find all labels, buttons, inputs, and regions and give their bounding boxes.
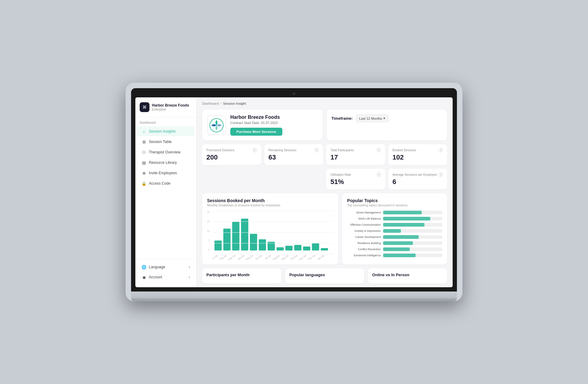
laptop-base: [131, 292, 457, 298]
company-logo-box: [207, 116, 226, 135]
bottom-row: Participants per Month Popular languages…: [202, 268, 447, 284]
sidebar-item-session-insights[interactable]: ⌂ Session Insights: [137, 126, 194, 136]
svg-text:Jan 25: Jan 25: [316, 254, 325, 260]
lock-icon: 🔒: [141, 181, 146, 186]
purchase-more-sessions-button[interactable]: Purchase More Sessions: [230, 128, 282, 136]
sidebar-label-account: Account: [149, 275, 162, 279]
screen-bezel: ⌘ Harbor Breeze Foods Enterprise Dashboa…: [131, 88, 457, 292]
remaining-sessions-label: Remaining Sessions: [269, 149, 296, 152]
booked-sessions-value: 102: [393, 153, 443, 161]
laptop-foot: [131, 298, 457, 301]
topic-row: Work-Life Balance: [347, 217, 442, 220]
timeframe-dropdown[interactable]: Last 12 Months ▾: [356, 115, 389, 122]
invite-icon: ⊕: [141, 171, 146, 175]
stats-grid: Purchased Sessions ℹ 200 Remaining Sessi…: [202, 144, 447, 165]
topic-bar-wrap: [383, 223, 442, 227]
timeframe-chevron-icon: ▾: [383, 116, 385, 120]
total-participants-card: Total Participants ℹ 17: [326, 144, 385, 165]
sidebar-item-account[interactable]: ◉ Account ▾: [137, 272, 194, 282]
svg-text:Jan 24: Jan 24: [213, 254, 219, 260]
svg-text:Nov 24: Nov 24: [298, 254, 307, 260]
svg-rect-3: [223, 229, 231, 251]
sidebar-label-session-insights: Session Insights: [149, 129, 175, 134]
breadcrumb-current: Session Insight: [223, 102, 246, 105]
book-icon: ▤: [141, 160, 146, 165]
online-inperson-card-title: Online vs In Person: [372, 273, 443, 277]
sidebar-section-dashboard: Dashboard: [135, 121, 196, 126]
booked-sessions-card: Booked Sessions ℹ 102: [388, 144, 447, 165]
topic-bar: [383, 241, 413, 245]
sidebar-item-session-table[interactable]: ⊞ Session Table: [137, 137, 194, 147]
y-label-20: 20: [207, 211, 210, 213]
company-card: Harbor Breeze Foods Contract Start Date:…: [202, 110, 323, 141]
popular-topics-subtitle: Top counselling topics discussed in sess…: [347, 204, 442, 207]
topic-bar: [383, 247, 410, 251]
utilisation-rate-value: 51%: [330, 178, 381, 186]
svg-text:Jul 24: Jul 24: [264, 254, 272, 260]
popular-languages-card: Popular languages: [285, 268, 364, 284]
topic-bar: [383, 235, 419, 239]
language-chevron-icon: ▾: [189, 265, 190, 269]
booked-sessions-label: Booked Sessions: [393, 149, 416, 152]
sidebar-item-access-code[interactable]: 🔒 Access Code: [137, 179, 194, 188]
booked-sessions-info-icon[interactable]: ℹ: [439, 148, 443, 152]
svg-rect-21: [303, 247, 310, 250]
stats-grid-2: Utilisation Rate ℹ 51% Average Sessions …: [202, 169, 447, 190]
brand-text: Harbor Breeze Foods Enterprise: [152, 103, 189, 111]
topic-name: Career Development: [347, 235, 381, 239]
svg-text:Apr 24: Apr 24: [237, 254, 245, 260]
topic-name: Emotional Intelligence: [347, 254, 381, 257]
brand-logo-icon: ⌘: [140, 102, 149, 112]
svg-text:Sep 24: Sep 24: [281, 254, 289, 260]
y-label-5: 5: [207, 239, 210, 242]
brand-company-type: Enterprise: [152, 108, 189, 111]
topic-row: Effective Communication: [347, 223, 442, 227]
sidebar: ⌘ Harbor Breeze Foods Enterprise Dashboa…: [135, 97, 197, 287]
remaining-sessions-card: Remaining Sessions ℹ 63: [264, 144, 323, 165]
topic-bar-wrap: [383, 241, 442, 245]
sidebar-item-resource-library[interactable]: ▤ Resource Library: [137, 158, 194, 168]
topic-row: Resilience Building: [347, 241, 442, 245]
sidebar-item-therapist-overview[interactable]: ⚇ Therapist Overview: [137, 147, 194, 157]
online-vs-inperson-card: Online vs In Person: [368, 268, 447, 284]
bar-chart: 20 15 10 5 0: [207, 211, 334, 260]
svg-rect-5: [232, 222, 239, 250]
purchased-sessions-label: Purchased Sessions: [206, 149, 234, 152]
globe-icon: 🌐: [141, 265, 146, 269]
brand-company-name: Harbor Breeze Foods: [152, 103, 189, 107]
total-participants-info-icon[interactable]: ℹ: [377, 148, 381, 152]
avg-sessions-info-icon[interactable]: ℹ: [439, 172, 443, 177]
remaining-sessions-info-icon[interactable]: ℹ: [315, 148, 319, 152]
charts-row: Sessions Booked per Month Monthly breakd…: [202, 193, 447, 265]
topic-name: Stress Management: [347, 211, 381, 214]
bar-chart-svg: Jan 24Feb 24Mar 24Apr 24May 24Jun 24Jul …: [213, 211, 334, 260]
topic-bar-wrap: [383, 235, 442, 239]
sessions-booked-chart-card: Sessions Booked per Month Monthly breakd…: [202, 193, 338, 265]
utilisation-rate-info-icon[interactable]: ℹ: [377, 172, 381, 177]
sidebar-item-invite-employees[interactable]: ⊕ Invite Employees: [137, 168, 194, 178]
topic-bar-wrap: [383, 211, 442, 214]
remaining-sessions-value: 63: [269, 153, 319, 161]
camera: [293, 92, 295, 95]
purchased-sessions-value: 200: [206, 153, 257, 161]
purchased-sessions-info-icon[interactable]: ℹ: [253, 148, 257, 152]
avg-sessions-value: 6: [393, 178, 443, 186]
y-label-10: 10: [207, 230, 210, 232]
svg-text:Aug 24: Aug 24: [272, 254, 281, 260]
home-icon: ⌂: [141, 129, 146, 134]
topic-name: Effective Communication: [347, 223, 381, 226]
sidebar-label-therapist-overview: Therapist Overview: [149, 150, 180, 154]
svg-text:Dec 24: Dec 24: [307, 254, 316, 260]
svg-rect-19: [294, 245, 302, 250]
svg-rect-15: [277, 247, 284, 250]
y-label-0: 0: [207, 248, 210, 251]
topic-row: Emotional Intelligence: [347, 254, 442, 257]
participants-card-title: Participants per Month: [206, 273, 277, 277]
timeframe-card: Timeframe: Last 12 Months ▾: [326, 110, 447, 141]
sidebar-item-language[interactable]: 🌐 Language ▾: [137, 262, 194, 272]
account-chevron-icon: ▾: [189, 276, 190, 279]
svg-text:Oct 24: Oct 24: [290, 254, 299, 260]
breadcrumb-parent[interactable]: Dashboard: [202, 102, 219, 105]
contract-date: Contract Start Date: 01.07.2022: [230, 121, 282, 125]
svg-rect-13: [268, 242, 275, 250]
